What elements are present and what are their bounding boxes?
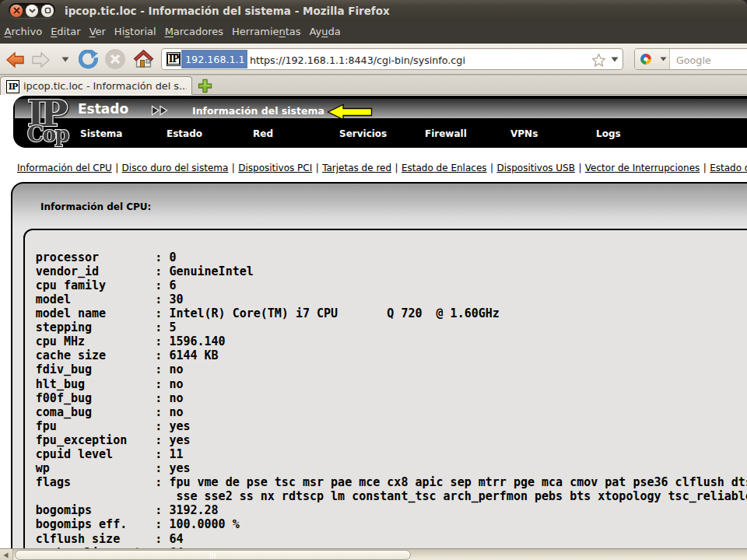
back-forward-dropdown[interactable]	[61, 57, 69, 62]
section-link[interactable]: Información del CPU	[17, 163, 112, 173]
tab-favicon: IP	[6, 80, 19, 93]
window-titlebar: ipcop.tic.loc - Información del sistema …	[0, 0, 747, 22]
section-link[interactable]: Vector de Interrupciones	[585, 163, 700, 173]
tab-ipcop[interactable]: IP ipcop.tic.loc - Información del s...	[0, 76, 192, 95]
section-link[interactable]: Dispositivos USB	[496, 163, 575, 173]
search-engine-chip[interactable]	[635, 49, 670, 69]
ipcop-menu: SistemaEstadoRedServiciosFirewallVPNsLog…	[13, 118, 747, 148]
site-favicon[interactable]: IP	[167, 52, 181, 66]
url-text[interactable]: https://192.168.1.1:8443/cgi-bin/sysinfo…	[250, 54, 465, 66]
link-separator: |	[700, 163, 710, 173]
ipcop-menu-servicios[interactable]: Servicios	[339, 128, 387, 139]
scrollbar-thumb[interactable]	[15, 550, 411, 560]
ipcop-page: Estado Información del sistema SistemaEs…	[0, 95, 747, 548]
forward-button[interactable]	[31, 51, 51, 69]
link-separator: |	[312, 163, 322, 173]
identity-chip[interactable]: 192.168.1.1	[181, 50, 247, 68]
tab-favicon-text: IP	[9, 82, 17, 91]
link-separator: |	[391, 163, 402, 173]
browser-viewport: Estado Información del sistema SistemaEs…	[0, 95, 747, 548]
scroll-left-icon	[3, 552, 9, 558]
menu-marcadores[interactable]: Marcadores	[160, 22, 227, 44]
menu-herramientas[interactable]: Herramientas	[228, 22, 306, 44]
horizontal-scrollbar[interactable]	[0, 548, 747, 560]
url-bar[interactable]: IP 192.168.1.1 https://192.168.1.1:8443/…	[161, 48, 623, 70]
menu-historial[interactable]: Historial	[110, 22, 160, 44]
section-link[interactable]: Disco duro del sistema	[122, 163, 229, 173]
ipcop-menu-red[interactable]: Red	[253, 128, 273, 139]
banner-page-name: Información del sistema	[192, 105, 324, 117]
cpu-info-box-title: Información del CPU:	[40, 201, 151, 212]
back-button[interactable]	[5, 51, 25, 69]
cpuinfo-text: processor : 0 vendor_id : GenuineIntel c…	[36, 250, 747, 548]
ipcop-menu-firewall[interactable]: Firewall	[425, 128, 467, 139]
section-link[interactable]: Dispositivos PCI	[238, 163, 312, 173]
screen: ipcop.tic.loc - Información del sistema …	[0, 0, 747, 560]
link-separator: |	[487, 163, 497, 173]
navigation-toolbar: IP 192.168.1.1 https://192.168.1.1:8443/…	[0, 44, 747, 75]
new-tab-button[interactable]	[198, 79, 212, 93]
reload-button[interactable]	[79, 50, 98, 69]
window-buttons	[9, 3, 55, 18]
search-box[interactable]: Google	[634, 48, 747, 70]
tab-title: ipcop.tic.loc - Información del s...	[23, 80, 187, 92]
ipcop-banner: Estado Información del sistema SistemaEs…	[13, 96, 747, 148]
maximize-button[interactable]	[41, 5, 54, 17]
url-dropdown-icon[interactable]	[611, 57, 619, 62]
link-separator: |	[228, 163, 238, 173]
menu-editar[interactable]: Editar	[47, 22, 86, 44]
menu-ver[interactable]: Ver	[85, 22, 110, 44]
window-title: ipcop.tic.loc - Información del sistema …	[65, 5, 390, 17]
ipcop-menu-logs[interactable]: Logs	[596, 128, 621, 139]
search-engine-dropdown-icon[interactable]	[660, 57, 667, 61]
cpu-info-inner-box: processor : 0 vendor_id : GenuineIntel c…	[23, 229, 747, 548]
scrollbar-left-button[interactable]	[0, 549, 13, 560]
section-links: Información del CPU | Disco duro del sis…	[17, 163, 747, 173]
home-button[interactable]	[133, 48, 154, 69]
bookmark-star-icon[interactable]	[591, 53, 606, 68]
search-placeholder: Google	[676, 54, 711, 66]
minimize-icon	[29, 9, 36, 13]
tab-bar: IP ipcop.tic.loc - Información del s...	[0, 75, 747, 95]
svg-text:Cop: Cop	[27, 122, 68, 146]
minimize-button[interactable]	[26, 5, 38, 17]
menu-ayuda[interactable]: Ayuda	[305, 22, 345, 44]
google-icon	[640, 53, 652, 65]
maximize-icon	[44, 7, 51, 14]
cpu-info-box: Información del CPU: processor : 0 vendo…	[11, 182, 747, 548]
close-icon	[13, 7, 20, 14]
stop-button[interactable]	[104, 48, 126, 70]
section-link[interactable]: Estado de Enlaces	[402, 163, 487, 173]
fast-forward-icon	[151, 105, 170, 116]
section-link[interactable]: Tarjetas de red	[322, 163, 391, 173]
link-separator: |	[112, 163, 122, 173]
close-button[interactable]	[10, 5, 23, 17]
link-separator: |	[575, 163, 585, 173]
menu-archivo[interactable]: Archivo	[0, 22, 47, 44]
ipcop-menu-estado[interactable]: Estado	[167, 128, 202, 139]
scrollbar-grip	[208, 553, 219, 558]
ipcop-menu-vpns[interactable]: VPNs	[510, 128, 538, 139]
menubar: ArchivoEditarVerHistorialMarcadoresHerra…	[0, 22, 747, 44]
ipcop-logo: IP Cop	[19, 96, 97, 148]
section-link[interactable]: Estado de la Memoria	[710, 163, 747, 173]
